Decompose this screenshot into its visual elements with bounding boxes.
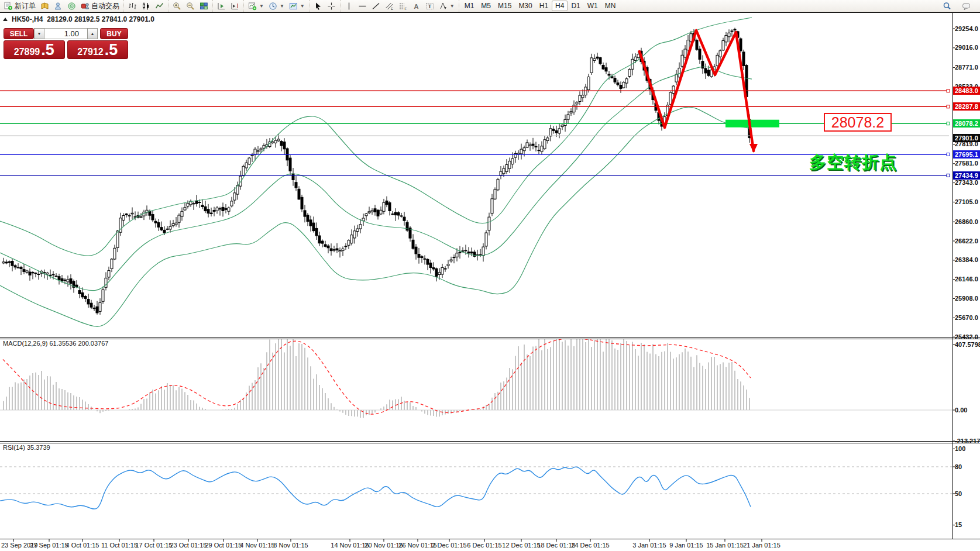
text-button[interactable]: A: [410, 0, 423, 12]
arrows-button[interactable]: ▼: [436, 0, 457, 12]
rsi-tick-label: 50: [955, 490, 962, 497]
toolbar-group: 新订单自动交易: [0, 0, 123, 12]
chevron-down-icon: ▼: [259, 4, 264, 9]
rsi-tick-label: 100: [955, 445, 965, 452]
arrows-icon: [439, 2, 448, 11]
toolbar-group: EFAT▼: [340, 0, 459, 12]
price-callout-annotation[interactable]: 28078.2: [824, 113, 892, 132]
tf-m30-button[interactable]: M30: [515, 1, 535, 11]
search-button[interactable]: [940, 0, 954, 12]
time-axis-label: 20 Nov 01:15: [365, 542, 403, 549]
chat-icon: [962, 2, 971, 11]
horizontal-line-button[interactable]: [356, 0, 369, 12]
trendline-icon: [372, 2, 380, 11]
cursor-icon: [314, 2, 322, 11]
highlight-bar-annotation[interactable]: [725, 120, 779, 128]
collapse-panel-icon[interactable]: [3, 18, 8, 21]
tf-m15-button[interactable]: M15: [494, 1, 515, 11]
volume-input[interactable]: [44, 28, 87, 39]
chart-shift-button[interactable]: [228, 0, 242, 12]
bar-chart-mode-button[interactable]: [126, 0, 139, 12]
tf-mn-button[interactable]: MN: [601, 1, 620, 11]
sell-button[interactable]: SELL: [4, 28, 34, 39]
chat-button[interactable]: [960, 0, 973, 12]
tf-m5-button[interactable]: M5: [477, 1, 494, 11]
channel-button[interactable]: E: [383, 0, 396, 12]
toolbar-group: [168, 0, 212, 12]
price-tick-label: 26384.0: [955, 256, 978, 263]
time-axis-label: 9 Jan 01:15: [669, 542, 703, 549]
time-axis-label: 4 Nov 01:15: [240, 542, 274, 549]
autotrade-button[interactable]: 自动交易: [78, 0, 122, 12]
chart-canvas[interactable]: [0, 0, 980, 551]
price-tick-label: 29254.0: [955, 25, 978, 32]
vertical-line-button[interactable]: [342, 0, 356, 12]
horizontal-line-icon: [358, 2, 367, 11]
market-watch-icon: [40, 2, 49, 11]
tf-w1-button[interactable]: W1: [584, 1, 601, 11]
time-axis-label: 2 Dec 01:15: [432, 542, 466, 549]
buy-button[interactable]: BUY: [100, 28, 128, 39]
new-order-button[interactable]: 新订单: [2, 0, 38, 12]
data-window-button[interactable]: [51, 0, 65, 12]
bar-chart-mode-icon: [128, 2, 137, 11]
vertical-line-icon: [345, 2, 353, 11]
new-chart-button[interactable]: ▼: [246, 0, 266, 12]
zoom-in-button[interactable]: [170, 0, 184, 12]
signals-button[interactable]: [65, 0, 78, 12]
arrow-head: [749, 144, 758, 153]
time-axis-label: 15 Jan 01:15: [706, 542, 744, 549]
time-axis-label: 27 Sep 01:15: [30, 542, 68, 549]
trendline-button[interactable]: [369, 0, 383, 12]
time-axis-label: 23 Oct 01:15: [170, 542, 207, 549]
macd-label: MACD(12,26,9) 61.35536 200.03767: [3, 340, 108, 347]
auto-scroll-button[interactable]: [215, 0, 228, 12]
auto-scroll-icon: [217, 2, 226, 11]
crosshair-button[interactable]: [325, 0, 338, 12]
fibonacci-button[interactable]: F: [396, 0, 410, 12]
sell-price-button[interactable]: 27899.5: [4, 40, 65, 59]
cursor-button[interactable]: [311, 0, 325, 12]
time-axis-label: 21 Jan 01:15: [743, 542, 780, 549]
chevron-down-icon: ▼: [300, 4, 305, 9]
price-tick-label: 25670.0: [955, 314, 978, 321]
tf-m1-button[interactable]: M1: [461, 1, 478, 11]
tf-h1-button[interactable]: H1: [536, 1, 552, 11]
candle-chart-mode-button[interactable]: [139, 0, 153, 12]
tf-d1-button[interactable]: D1: [568, 1, 583, 11]
price-tag: 27901.0: [953, 134, 980, 142]
zoom-out-icon: [186, 2, 195, 11]
label-button[interactable]: T: [423, 0, 436, 12]
autotrade-icon: [81, 2, 90, 11]
toolbar: 新订单自动交易▼▼▼EFAT▼M1M5M15M30H1H4D1W1MN: [0, 0, 980, 12]
line-chart-mode-button[interactable]: [153, 0, 166, 12]
volume-decrease-button[interactable]: ▼: [34, 28, 44, 39]
market-watch-button[interactable]: [38, 0, 51, 12]
price-tick-label: 25908.0: [955, 295, 978, 302]
line-anchor-marker: [947, 174, 950, 177]
buy-price-button[interactable]: 27912.5: [67, 40, 129, 59]
rsi-label: RSI(14) 35.3739: [3, 444, 50, 451]
signals-icon: [67, 2, 76, 11]
time-axis-label: 4 Oct 01:15: [66, 542, 99, 549]
price-tick-label: 29016.0: [955, 44, 978, 51]
time-axis-label: 29 Oct 01:15: [205, 542, 242, 549]
tf-h4-button[interactable]: H4: [552, 1, 568, 11]
time-axis-label: 12 Dec 01:15: [502, 542, 540, 549]
price-tick-label: 26622.0: [955, 237, 978, 244]
price-tick-label: 28771.0: [955, 64, 978, 71]
search-icon: [943, 2, 951, 11]
macd-tick-label: 407.57984: [955, 341, 980, 348]
tile-windows-button[interactable]: [197, 0, 211, 12]
volume-increase-button[interactable]: ▲: [87, 28, 98, 39]
time-axis-label: 11 Oct 01:15: [101, 542, 137, 549]
candle-chart-mode-icon: [142, 2, 150, 11]
zoom-out-button[interactable]: [184, 0, 197, 12]
profiles-button[interactable]: ▼: [266, 0, 287, 12]
time-axis-label: 24 Dec 01:15: [571, 542, 609, 549]
templates-button[interactable]: ▼: [287, 0, 307, 12]
chart-window[interactable]: HK50-,H4 28129.0 28192.5 27841.0 27901.0…: [0, 0, 980, 551]
line-anchor-marker: [947, 153, 950, 156]
chevron-down-icon: ▼: [450, 4, 455, 9]
turning-point-note-annotation[interactable]: 多空转折点: [809, 151, 897, 174]
